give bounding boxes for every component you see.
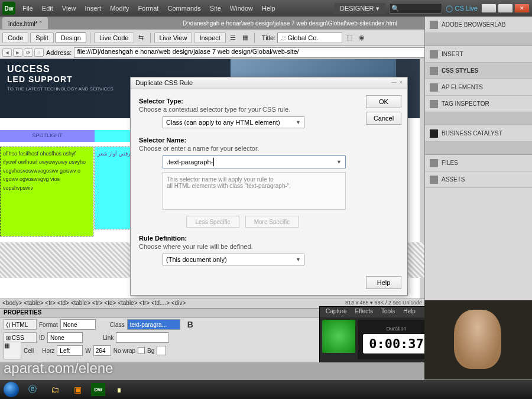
selector-type-label: Selector Type:: [139, 98, 399, 105]
panel-css-styles[interactable]: CSS STYLES: [425, 63, 532, 79]
selector-type-combo[interactable]: Class (can apply to any HTML element)▼: [163, 116, 304, 128]
search-field[interactable]: 🔍: [389, 3, 442, 14]
cancel-button[interactable]: Cancel: [366, 112, 401, 125]
chevron-down-icon: ▾: [376, 5, 379, 12]
chevron-down-icon: ▼: [336, 159, 342, 165]
menu-format[interactable]: Format: [138, 5, 159, 12]
id-select[interactable]: None: [47, 332, 83, 343]
record-button[interactable]: [322, 320, 355, 353]
panel-insert[interactable]: INSERT: [425, 46, 532, 63]
bg-color-picker[interactable]: [157, 346, 166, 355]
less-specific-button[interactable]: Less Specific: [186, 216, 239, 228]
panel-business-catalyst[interactable]: BUSINESS CATALYST: [425, 125, 532, 142]
menu-file[interactable]: File: [22, 5, 33, 12]
taskbar-ie-icon[interactable]: ⓔ: [24, 382, 41, 397]
panel-files[interactable]: FILES: [425, 155, 532, 171]
title-label: Title:: [262, 34, 275, 41]
live-code-button[interactable]: Live Code: [94, 33, 134, 43]
menu-help[interactable]: Help: [262, 5, 275, 12]
class-select[interactable]: text-paragra...: [127, 319, 180, 330]
rule-definition-label: Rule Definition:: [139, 235, 399, 242]
code-view-button[interactable]: Code: [2, 33, 28, 43]
menu-edit[interactable]: Edit: [42, 5, 53, 12]
tab-index-html[interactable]: index.html* ×: [2, 17, 48, 29]
content-box-green[interactable]: ofihso fosifhosf ohosfhos oshyf ifyowf o…: [0, 147, 93, 236]
toolbar-icon[interactable]: ☰: [228, 33, 238, 43]
browserlab-icon: [430, 21, 438, 29]
back-button[interactable]: ◄: [2, 48, 12, 57]
main-menu: File Edit View Insert Modify Format Comm…: [19, 5, 279, 12]
link-label: Link: [103, 335, 113, 341]
taskbar-player-icon[interactable]: ▣: [69, 382, 86, 397]
capture-menu[interactable]: Capture: [326, 308, 347, 316]
window-controls: ─ ▢ ✕: [481, 4, 530, 13]
html-tab[interactable]: ⟨⟩HTML: [4, 319, 37, 330]
menu-window[interactable]: Window: [230, 5, 253, 12]
selector-type-hint: Choose a contextual selector type for yo…: [139, 106, 399, 113]
minimize-button[interactable]: ─: [481, 4, 497, 13]
start-button[interactable]: [4, 382, 19, 397]
ok-button[interactable]: OK: [366, 95, 401, 108]
taskbar-dreamweaver-icon[interactable]: Dw: [91, 383, 105, 396]
format-select[interactable]: None: [60, 319, 96, 330]
live-view-button[interactable]: Live View: [154, 33, 193, 43]
design-view-button[interactable]: Design: [56, 33, 86, 43]
duration-timer: 0:00:37: [363, 334, 430, 353]
format-label: Format: [39, 322, 58, 328]
panel-browserlab[interactable]: ADOBE BROWSERLAB: [425, 17, 532, 33]
cell-icon[interactable]: ▦: [4, 342, 21, 359]
refresh-button[interactable]: ⟳: [24, 48, 33, 57]
menu-insert[interactable]: Insert: [85, 5, 102, 12]
help-menu[interactable]: Help: [403, 308, 416, 316]
toolbar-icon[interactable]: ▦: [240, 33, 251, 43]
selector-name-label: Selector Name:: [139, 137, 399, 144]
selector-name-input[interactable]: .text-paragraph-▼: [163, 155, 346, 168]
maximize-button[interactable]: ▢: [498, 4, 513, 13]
panel-ap-elements[interactable]: AP ELEMENTS: [425, 79, 532, 96]
bg-label: Bg: [147, 348, 154, 354]
toolbar-icon[interactable]: ◉: [356, 33, 367, 43]
link-input[interactable]: [116, 332, 169, 343]
dialog-close-icon[interactable]: — ×: [391, 79, 403, 87]
insert-icon: [430, 50, 438, 59]
inspect-button[interactable]: Inspect: [194, 33, 225, 43]
bold-button[interactable]: B: [187, 320, 193, 329]
tab-close-icon[interactable]: ×: [39, 19, 42, 25]
split-view-button[interactable]: Split: [30, 33, 53, 43]
cslive-button[interactable]: ◯CS Live: [446, 5, 478, 12]
more-specific-button[interactable]: More Specific: [245, 216, 299, 228]
menu-commands[interactable]: Commands: [168, 5, 201, 12]
nowrap-checkbox[interactable]: [138, 347, 145, 354]
files-icon: [430, 159, 438, 167]
menu-modify[interactable]: Modify: [110, 5, 129, 12]
selector-description: This selector name will apply your rule …: [163, 172, 346, 210]
duplicate-css-rule-dialog: Duplicate CSS Rule — × OK Cancel Selecto…: [130, 77, 408, 296]
app-titlebar: Dw File Edit View Insert Modify Format C…: [0, 0, 532, 17]
panel-dock: ADOBE BROWSERLAB INSERT CSS STYLES AP EL…: [424, 17, 532, 300]
toolbar-icon[interactable]: ⬚: [344, 33, 355, 43]
bc-icon: [430, 129, 438, 138]
menu-site[interactable]: Site: [210, 5, 221, 12]
menu-view[interactable]: View: [62, 5, 76, 12]
page-title-input[interactable]: [277, 33, 342, 43]
panel-assets[interactable]: ASSETS: [425, 171, 532, 188]
dialog-titlebar[interactable]: Duplicate CSS Rule — ×: [131, 77, 407, 89]
toolbar-icon[interactable]: ⇆: [136, 33, 147, 43]
workspace-switcher[interactable]: DESIGNER▾: [334, 3, 385, 14]
rule-definition-combo[interactable]: (This document only)▼: [163, 254, 304, 265]
taskbar-explorer-icon[interactable]: 🗂: [46, 382, 64, 397]
taskbar-recorder-icon[interactable]: ∎: [110, 382, 128, 397]
tools-menu[interactable]: Tools: [381, 308, 395, 316]
panel-tag-inspector[interactable]: TAG INSPECTOR: [425, 96, 532, 112]
home-button[interactable]: ⌂: [34, 48, 44, 57]
w-input[interactable]: 264: [93, 345, 111, 356]
forward-button[interactable]: ►: [13, 48, 22, 57]
effects-menu[interactable]: Effects: [355, 308, 373, 316]
ap-icon: [430, 83, 438, 92]
text-cursor-icon: [213, 158, 214, 166]
id-label: ID: [39, 335, 45, 341]
horz-select[interactable]: Left: [57, 345, 83, 356]
close-button[interactable]: ✕: [514, 4, 530, 13]
help-button[interactable]: Help: [366, 276, 401, 289]
cslive-icon: ◯: [446, 5, 453, 12]
